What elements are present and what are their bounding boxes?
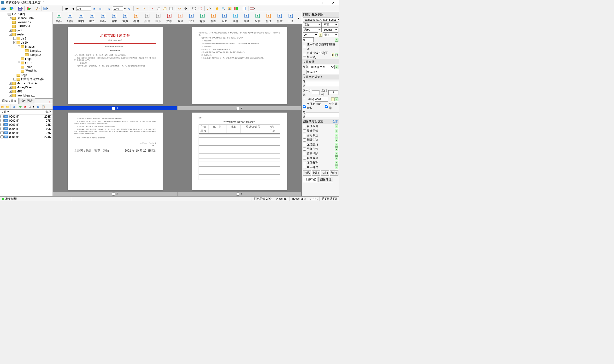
builtin-ui-checkbox[interactable] — [303, 45, 306, 48]
replace-scan-button[interactable]: 替扫 — [321, 170, 329, 176]
op-annotate-button[interactable]: 签注 — [263, 13, 274, 24]
tree-node[interactable]: Logs — [0, 57, 53, 61]
file-row[interactable]: TIF0001.tif208K — [0, 115, 53, 118]
page-button[interactable] — [241, 6, 247, 11]
tab-batch-scan[interactable]: 批量扫描 — [303, 177, 318, 182]
auto-continuous-checkbox[interactable] — [303, 54, 306, 57]
tree-expand-icon[interactable]: + — [14, 37, 16, 40]
location-input[interactable] — [307, 70, 339, 74]
thumb-3[interactable]: 北京市统计局《统计证》验证合格章，并将登记送至图书馆存档各部门。 2. 市属各委… — [53, 111, 177, 196]
remove-button[interactable]: ✖ — [23, 105, 27, 109]
orient-select[interactable]: 横向 — [322, 32, 338, 37]
thumb-2-caption[interactable]: 2 — [178, 106, 301, 110]
tree-expand-icon[interactable]: + — [9, 86, 12, 89]
first-page-button[interactable]: ⏮ — [64, 6, 69, 11]
tree-node[interactable]: Temp — [0, 65, 53, 69]
new-folder-button[interactable]: 📁 — [5, 105, 10, 109]
tree-node[interactable]: 视频讲解 — [0, 69, 53, 73]
file-checkbox[interactable] — [0, 115, 4, 118]
op-center-button[interactable]: 居中 — [109, 13, 119, 24]
thumb-4-checkbox[interactable] — [236, 193, 239, 196]
tree-node[interactable]: +MP3 — [0, 89, 53, 93]
open-folder-button[interactable]: 📂 — [0, 105, 5, 109]
tree-node[interactable]: +new_bbzg_rzg — [0, 93, 53, 97]
file-header-size[interactable]: 大小 — [39, 110, 53, 114]
op-text-button[interactable]: 文字 — [164, 13, 175, 24]
scan-button[interactable]: ▾ — [1, 6, 6, 11]
file-checkbox[interactable] — [0, 119, 4, 122]
tab-image-process[interactable]: 图像处理 — [318, 177, 333, 182]
side-select[interactable]: 单面 — [322, 22, 338, 27]
undo-button[interactable]: ↶ — [135, 6, 140, 11]
code-len-input[interactable] — [312, 90, 320, 95]
thumb-4-caption[interactable]: 4 — [178, 192, 301, 196]
tree-node[interactable]: +OCR — [0, 61, 53, 65]
tree-node[interactable]: +gnnt — [0, 28, 53, 32]
tree-node[interactable]: +dis9 — [0, 36, 53, 40]
preprocess-all-link[interactable]: 全部 — [333, 119, 338, 124]
last-page-button[interactable]: ⏭ — [98, 6, 103, 11]
file-checkbox[interactable] — [0, 123, 4, 126]
preview-button[interactable] — [227, 6, 232, 11]
op-frame-in-button[interactable]: 框内 — [76, 13, 86, 24]
op-crop-button[interactable]: 裁剪 — [120, 13, 130, 24]
tree-node[interactable]: FTPROOT — [0, 24, 53, 28]
op-patch-button[interactable]: 修补 — [230, 13, 241, 24]
tree-expand-icon[interactable]: + — [9, 90, 12, 93]
op-frame-out-button[interactable]: 框外 — [87, 13, 97, 24]
op-frame-button[interactable]: 幅面 — [219, 13, 230, 24]
file-row[interactable]: TIF0006.tif274K — [0, 135, 53, 139]
next-code-config-icon[interactable]: ≡ — [335, 97, 338, 101]
tree-node[interactable]: +Finance Data — [0, 16, 53, 20]
next-code-add-icon[interactable]: + — [331, 97, 335, 101]
tree-expand-icon[interactable]: + — [9, 82, 12, 85]
tree-node[interactable]: +批量分件合并转换 — [0, 77, 53, 81]
paste-button[interactable] — [162, 6, 167, 11]
crosshair-button[interactable]: ✛ — [183, 6, 188, 11]
minimize-button[interactable]: — — [309, 0, 319, 5]
delete-button[interactable] — [168, 6, 174, 11]
tree-node[interactable]: +MoneyWise — [0, 85, 53, 89]
tree-node[interactable]: -irealer — [0, 32, 53, 36]
refresh-button[interactable]: ⟳ — [18, 105, 23, 109]
brush-button[interactable]: 🖌▾ — [206, 6, 211, 11]
paper-settings-icon[interactable]: ⚙ — [319, 33, 322, 37]
start-code-input[interactable] — [328, 90, 338, 95]
preproc-config-icon[interactable]: ≡ — [335, 166, 338, 169]
grid-button[interactable]: ▾ — [250, 6, 255, 11]
file-checkbox[interactable] — [0, 127, 4, 130]
preproc-checkbox[interactable] — [303, 166, 306, 169]
preproc-config-icon[interactable]: ≡ — [335, 156, 338, 160]
thumb-1[interactable]: 北京市统计局文件 京统发〔2002〕148 号 关于开展 2002 年度《统计证… — [53, 25, 177, 110]
preproc-checkbox[interactable] — [303, 161, 306, 164]
scan-button[interactable]: 扫描 — [303, 170, 311, 176]
op-draw-button[interactable]: 绘制 — [252, 13, 263, 24]
thumb-2-checkbox[interactable] — [236, 107, 239, 110]
marquee-red-button[interactable] — [198, 6, 203, 11]
zoom-out-button[interactable]: ⊖ — [127, 6, 132, 11]
play-button[interactable]: ▶ — [36, 105, 41, 109]
op-pad-button[interactable]: 补边 — [131, 13, 141, 24]
file-checkbox[interactable] — [0, 131, 4, 134]
page-input[interactable] — [77, 6, 91, 11]
op-seal-button[interactable]: 签章 — [274, 13, 285, 24]
thumb-2[interactable]: 制的《统计证》，一律参加所在地区或省级门具体组织的验证工作，无主管单位本单位统计… — [178, 25, 301, 110]
list-button[interactable]: ▾ — [43, 6, 48, 11]
preproc-config-icon[interactable]: ≡ — [335, 143, 338, 147]
tab-file-list[interactable]: 分件列表 — [19, 98, 35, 104]
padzero-checkbox[interactable] — [325, 105, 328, 108]
compare-button[interactable] — [233, 6, 238, 11]
preview-scan-button[interactable]: 预扫 — [330, 170, 338, 176]
tree-expand-icon[interactable]: + — [18, 62, 20, 64]
magnifier-button[interactable]: 🔍 — [221, 6, 226, 11]
tree-node[interactable]: -DATA (D:) — [0, 12, 53, 16]
thumb-1-checkbox[interactable] — [112, 107, 115, 110]
op-background-button[interactable]: 背景 — [197, 13, 208, 24]
tree-expand-icon[interactable]: + — [9, 94, 12, 97]
tree-node[interactable]: Sample2 — [0, 53, 53, 57]
images-button[interactable]: ▾ — [9, 6, 15, 11]
file-type-select[interactable]: TIF图像文件 — [309, 65, 335, 69]
tree-expand-icon[interactable]: + — [14, 78, 16, 80]
folder-tree[interactable]: -DATA (D:)+Finance DataFoxmail 7.2FTPROO… — [0, 12, 53, 99]
copy-button[interactable] — [156, 6, 161, 11]
